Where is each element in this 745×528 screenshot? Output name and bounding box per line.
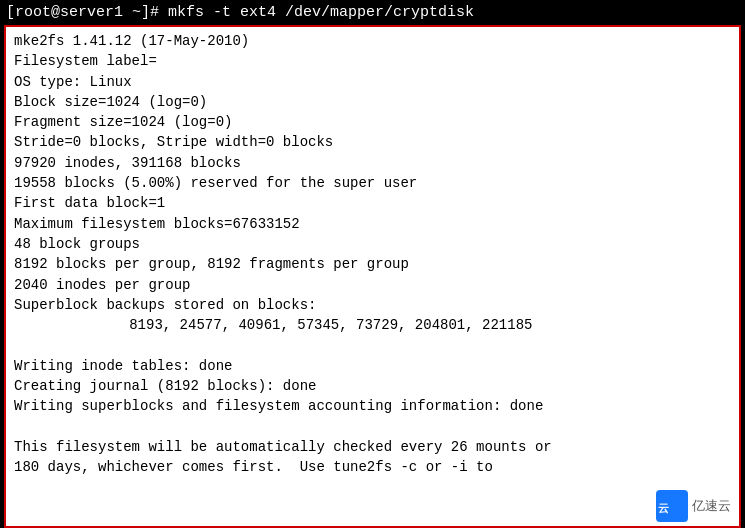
output-line-4: Fragment size=1024 (log=0) <box>14 112 731 132</box>
command-line: [root@server1 ~]# mkfs -t ext4 /dev/mapp… <box>0 0 745 25</box>
svg-text:云: 云 <box>658 502 669 514</box>
output-line-3: Block size=1024 (log=0) <box>14 92 731 112</box>
output-line-7: 19558 blocks (5.00%) reserved for the su… <box>14 173 731 193</box>
superblock-values: 8193, 24577, 40961, 57345, 73729, 204801… <box>14 315 731 335</box>
status-line-0: Writing inode tables: done <box>14 356 731 376</box>
watermark-text: 亿速云 <box>692 497 731 515</box>
output-line-12: 2040 inodes per group <box>14 275 731 295</box>
output-line-9: Maximum filesystem blocks=67633152 <box>14 214 731 234</box>
footer-line-1: 180 days, whichever comes first. Use tun… <box>14 457 731 477</box>
output-line-13: Superblock backups stored on blocks: <box>14 295 731 315</box>
output-line-2: OS type: Linux <box>14 72 731 92</box>
output-line-5: Stride=0 blocks, Stripe width=0 blocks <box>14 132 731 152</box>
watermark-logo-icon: 云 <box>656 490 688 522</box>
footer-line-0: This filesystem will be automatically ch… <box>14 437 731 457</box>
output-line-8: First data block=1 <box>14 193 731 213</box>
output-line-1: Filesystem label= <box>14 51 731 71</box>
output-line-10: 48 block groups <box>14 234 731 254</box>
output-line-11: 8192 blocks per group, 8192 fragments pe… <box>14 254 731 274</box>
blank-2 <box>14 417 731 437</box>
output-line-6: 97920 inodes, 391168 blocks <box>14 153 731 173</box>
status-line-2: Writing superblocks and filesystem accou… <box>14 396 731 416</box>
output-line-0: mke2fs 1.41.12 (17-May-2010) <box>14 31 731 51</box>
output-box: mke2fs 1.41.12 (17-May-2010) Filesystem … <box>4 25 741 528</box>
terminal-window: [root@server1 ~]# mkfs -t ext4 /dev/mapp… <box>0 0 745 528</box>
watermark: 云 亿速云 <box>656 490 731 522</box>
status-line-1: Creating journal (8192 blocks): done <box>14 376 731 396</box>
blank-1 <box>14 335 731 355</box>
